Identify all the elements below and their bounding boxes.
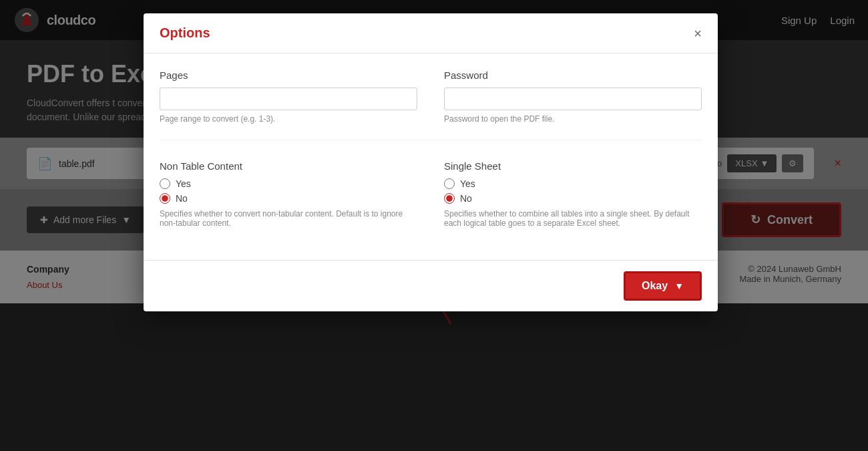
non-table-yes-label: Yes [176, 178, 191, 189]
modal-row-pages-password: Pages Page range to convert (e.g. 1-3). … [160, 69, 702, 140]
single-sheet-no-radio[interactable] [444, 193, 455, 204]
okay-button[interactable]: Okay ▼ [624, 271, 702, 301]
non-table-radio-group: Yes No [160, 178, 417, 204]
pages-input[interactable] [160, 88, 417, 110]
single-sheet-label: Single Sheet [444, 160, 702, 172]
single-sheet-yes-label: Yes [460, 178, 475, 189]
non-table-label: Non Table Content [160, 160, 417, 172]
non-table-yes-option: Yes [160, 178, 417, 189]
modal-row-options: Non Table Content Yes No Specifies wheth… [160, 160, 702, 244]
modal-footer: Okay ▼ [144, 260, 718, 311]
modal-title: Options [160, 25, 210, 41]
non-table-no-label: No [176, 193, 188, 204]
single-sheet-no-option: No [444, 193, 702, 204]
modal-close-button[interactable]: × [694, 27, 702, 40]
non-table-no-radio[interactable] [160, 193, 170, 204]
non-table-yes-radio[interactable] [160, 178, 170, 189]
password-field: Password Password to open the PDF file. [444, 69, 702, 124]
okay-label: Okay [642, 280, 668, 292]
non-table-no-option: No [160, 193, 417, 204]
pages-label: Pages [160, 69, 417, 81]
single-sheet-yes-radio[interactable] [444, 178, 455, 189]
single-sheet-yes-option: Yes [444, 178, 702, 189]
password-input[interactable] [444, 88, 702, 110]
pages-field: Pages Page range to convert (e.g. 1-3). [160, 69, 417, 124]
pages-hint: Page range to convert (e.g. 1-3). [160, 114, 417, 124]
options-modal: Options × Pages Page range to convert (e… [144, 13, 718, 311]
single-sheet-field: Single Sheet Yes No Specifies whether to… [444, 160, 702, 228]
non-table-hint: Specifies whether to convert non-tabular… [160, 209, 417, 228]
password-hint: Password to open the PDF file. [444, 114, 702, 124]
non-table-content-field: Non Table Content Yes No Specifies wheth… [160, 160, 417, 228]
modal-header: Options × [144, 13, 718, 53]
single-sheet-hint: Specifies whether to combine all tables … [444, 209, 702, 228]
modal-body: Pages Page range to convert (e.g. 1-3). … [144, 53, 718, 260]
single-sheet-radio-group: Yes No [444, 178, 702, 204]
okay-chevron-icon: ▼ [674, 281, 684, 291]
password-label: Password [444, 69, 702, 81]
single-sheet-no-label: No [460, 193, 472, 204]
